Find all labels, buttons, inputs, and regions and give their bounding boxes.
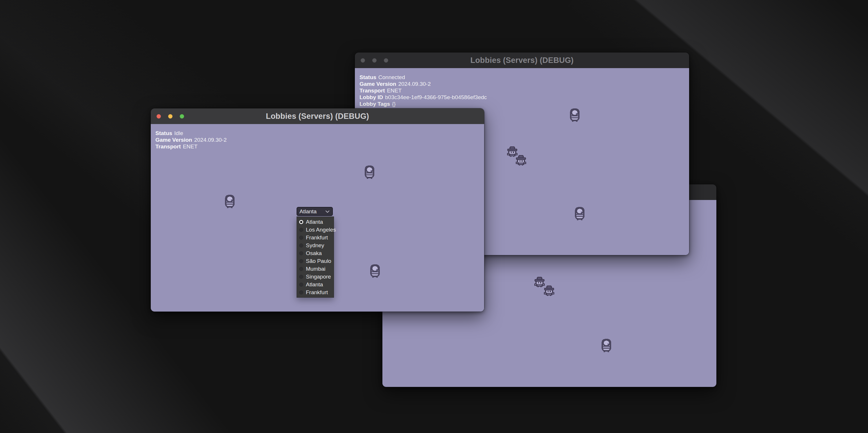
close-button[interactable] — [157, 114, 161, 119]
player-cowboy-sprite — [516, 155, 526, 165]
radio-icon — [299, 228, 303, 232]
close-button[interactable] — [361, 58, 365, 63]
dropdown-option[interactable]: Atlanta — [297, 281, 334, 288]
dropdown-option[interactable]: Frankfurt — [297, 234, 334, 241]
window-lobbies-idle: Lobbies (Servers) (DEBUG) StatusIdleGame… — [151, 109, 484, 312]
radio-icon — [299, 267, 303, 271]
radio-icon — [299, 275, 303, 279]
server-barrel-sprite[interactable] — [370, 264, 380, 278]
titlebar[interactable]: Lobbies (Servers) (DEBUG) — [355, 53, 689, 68]
dropdown-option-label: Atlanta — [306, 219, 323, 225]
server-barrel-sprite[interactable] — [570, 108, 580, 122]
window-title: Lobbies (Servers) (DEBUG) — [151, 112, 484, 121]
server-barrel-sprite[interactable] — [225, 194, 235, 208]
radio-icon — [299, 236, 303, 240]
player-cowboy-sprite — [544, 285, 555, 296]
traffic-lights — [355, 58, 388, 63]
dropdown-option-label: Mumbai — [306, 266, 326, 272]
zoom-button[interactable] — [384, 58, 388, 63]
traffic-lights — [151, 114, 184, 119]
region-select-value: Atlanta — [300, 208, 317, 215]
radio-icon — [299, 259, 303, 263]
dropdown-option-label: Atlanta — [306, 281, 323, 288]
dropdown-option-label: Frankfurt — [306, 235, 328, 241]
dropdown-option[interactable]: Osaka — [297, 249, 334, 257]
radio-icon — [299, 243, 303, 248]
dropdown-option[interactable]: Sydney — [297, 241, 334, 249]
server-barrel-sprite[interactable] — [365, 165, 375, 179]
titlebar[interactable]: Lobbies (Servers) (DEBUG) — [151, 109, 484, 124]
chevron-down-icon — [325, 210, 330, 213]
dropdown-option[interactable]: Atlanta — [297, 218, 334, 226]
dropdown-option[interactable]: São Paulo — [297, 257, 334, 265]
radio-icon — [299, 283, 303, 287]
dropdown-option-label: Los Angeles — [306, 227, 336, 233]
region-dropdown-panel: AtlantaLos AngelesFrankfurtSydneyOsakaSã… — [297, 216, 334, 298]
server-barrel-sprite[interactable] — [601, 339, 612, 352]
minimize-button[interactable] — [372, 58, 377, 63]
minimize-button[interactable] — [168, 114, 173, 119]
dropdown-option-label: Singapore — [306, 274, 331, 280]
window-title: Lobbies (Servers) (DEBUG) — [355, 56, 689, 65]
dropdown-option[interactable]: Singapore — [297, 273, 334, 281]
dropdown-option[interactable]: Frankfurt — [297, 288, 334, 296]
radio-icon — [299, 251, 303, 255]
radio-icon — [299, 290, 303, 295]
dropdown-option[interactable]: Mumbai — [297, 265, 334, 273]
zoom-button[interactable] — [180, 114, 184, 119]
dropdown-option-label: Osaka — [306, 250, 322, 256]
region-select[interactable]: Atlanta — [297, 207, 333, 216]
desktop-background: Lobbies (Servers) (DEBUG) StatusConnecte… — [0, 0, 868, 433]
dropdown-option[interactable]: Los Angeles — [297, 226, 334, 234]
dropdown-option-label: Frankfurt — [306, 289, 328, 296]
dropdown-option-label: São Paulo — [306, 258, 331, 264]
dropdown-option-label: Sydney — [306, 242, 324, 249]
server-barrel-sprite[interactable] — [575, 207, 585, 220]
radio-selected-icon — [299, 220, 303, 224]
window-body: StatusIdleGame Version2024.09.30-2Transp… — [151, 124, 484, 312]
